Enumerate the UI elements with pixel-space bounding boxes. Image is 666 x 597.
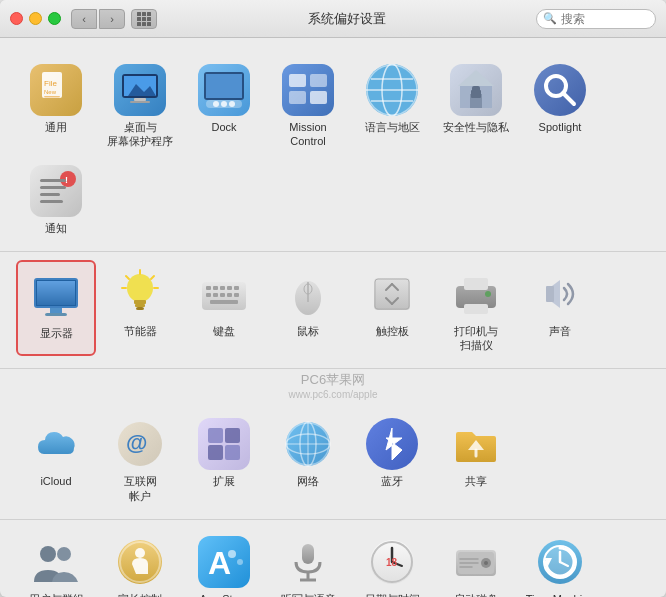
item-sound[interactable]: 声音 (520, 260, 600, 357)
general-label: 通用 (45, 120, 67, 134)
datetime-label: 日期与时间 (365, 592, 420, 597)
startup-icon (450, 536, 502, 588)
svg-rect-44 (40, 200, 63, 203)
svg-text:New: New (44, 89, 57, 95)
watermark: PC6苹果网 www.pc6.com/apple (0, 369, 666, 402)
forward-button[interactable]: › (99, 9, 125, 29)
item-mission[interactable]: MissionControl (268, 56, 348, 153)
item-internet[interactable]: @ 互联网帐户 (100, 410, 180, 507)
svg-rect-34 (471, 90, 481, 98)
item-parental[interactable]: 家长控制 (100, 528, 180, 597)
nav-buttons: ‹ › (71, 9, 125, 29)
item-appstore[interactable]: A App Store (184, 528, 264, 597)
svg-rect-22 (310, 91, 327, 104)
item-startup[interactable]: 启动磁盘 (436, 528, 516, 597)
svg-rect-52 (135, 304, 145, 307)
section-personal: File New 通用 (0, 48, 666, 252)
item-notify[interactable]: ! 通知 (16, 157, 96, 239)
item-dock[interactable]: Dock (184, 56, 264, 153)
item-display[interactable]: 显示器 (16, 260, 96, 357)
system-items-grid: 用户与群组 家长控制 (16, 528, 650, 597)
appstore-icon: A (198, 536, 250, 588)
item-timemachine[interactable]: Time Machine (520, 528, 600, 597)
svg-rect-41 (40, 179, 66, 182)
svg-rect-18 (282, 64, 334, 116)
timemachine-icon (534, 536, 586, 588)
users-label: 用户与群组 (29, 592, 84, 597)
language-label: 语言与地区 (365, 120, 420, 134)
svg-rect-64 (234, 286, 239, 290)
dock-icon (198, 64, 250, 116)
section-system: 用户与群组 家长控制 (0, 520, 666, 597)
item-security[interactable]: 安全性与隐私 (436, 56, 516, 153)
minimize-button[interactable] (29, 12, 42, 25)
search-box[interactable]: 🔍 ✕ (536, 9, 656, 29)
startup-label: 启动磁盘 (454, 592, 498, 597)
svg-text:18: 18 (386, 557, 398, 568)
svg-line-55 (151, 276, 154, 279)
sound-icon (534, 268, 586, 320)
printer-icon (450, 268, 502, 320)
back-button[interactable]: ‹ (71, 9, 97, 29)
item-language[interactable]: 语言与地区 (352, 56, 432, 153)
grid-view-button[interactable] (131, 9, 157, 29)
icloud-label: iCloud (40, 474, 71, 488)
item-desktop[interactable]: 桌面与屏幕保护程序 (100, 56, 180, 153)
svg-rect-51 (134, 300, 146, 304)
item-icloud[interactable]: iCloud (16, 410, 96, 507)
extensions-icon (198, 418, 250, 470)
watermark-line1: PC6苹果网 (0, 371, 666, 389)
item-mouse[interactable]: 鼠标 (268, 260, 348, 357)
grid-icon (137, 12, 151, 26)
svg-rect-74 (374, 278, 410, 310)
close-button[interactable] (10, 12, 23, 25)
general-icon: File New (30, 64, 82, 116)
item-datetime[interactable]: 18 日期与时间 (352, 528, 432, 597)
item-dictation[interactable]: 听写与语音 (268, 528, 348, 597)
item-users[interactable]: 用户与群组 (16, 528, 96, 597)
svg-rect-47 (37, 281, 75, 305)
network-icon (282, 418, 334, 470)
svg-rect-81 (464, 278, 488, 290)
svg-rect-111 (302, 544, 314, 564)
personal-items-grid: File New 通用 (16, 56, 650, 239)
svg-rect-90 (225, 428, 240, 443)
search-input[interactable] (561, 12, 666, 26)
item-trackpad[interactable]: 触控板 (352, 260, 432, 357)
svg-point-105 (135, 548, 145, 558)
item-sharing[interactable]: 共享 (436, 410, 516, 507)
svg-text:File: File (44, 79, 57, 88)
mouse-icon (282, 268, 334, 320)
svg-rect-13 (206, 74, 242, 98)
svg-rect-20 (310, 74, 327, 87)
sound-label: 声音 (549, 324, 571, 338)
users-icon (30, 536, 82, 588)
svg-rect-63 (227, 286, 232, 290)
display-label: 显示器 (40, 326, 73, 340)
item-extensions[interactable]: 扩展 (184, 410, 264, 507)
item-printer[interactable]: 打印机与扫描仪 (436, 260, 516, 357)
sharing-icon (450, 418, 502, 470)
spotlight-icon (534, 64, 586, 116)
mission-label: MissionControl (289, 120, 326, 149)
svg-rect-61 (213, 286, 218, 290)
maximize-button[interactable] (48, 12, 61, 25)
item-network[interactable]: 网络 (268, 410, 348, 507)
item-keyboard[interactable]: 键盘 (184, 260, 264, 357)
system-preferences-window: ‹ › 系统偏好设置 🔍 ✕ (0, 0, 666, 597)
svg-rect-21 (289, 91, 306, 104)
item-general[interactable]: File New 通用 (16, 56, 96, 153)
svg-rect-69 (234, 293, 239, 297)
svg-rect-89 (208, 428, 223, 443)
parental-label: 家长控制 (118, 592, 162, 597)
svg-rect-91 (208, 445, 223, 460)
item-spotlight[interactable]: Spotlight (520, 56, 600, 153)
search-icon: 🔍 (543, 12, 557, 25)
item-bluetooth[interactable]: 蓝牙 (352, 410, 432, 507)
security-label: 安全性与隐私 (443, 120, 509, 134)
svg-rect-10 (130, 101, 150, 103)
svg-rect-49 (45, 313, 67, 316)
item-energy[interactable]: 节能器 (100, 260, 180, 357)
desktop-label: 桌面与屏幕保护程序 (107, 120, 173, 149)
network-label: 网络 (297, 474, 319, 488)
